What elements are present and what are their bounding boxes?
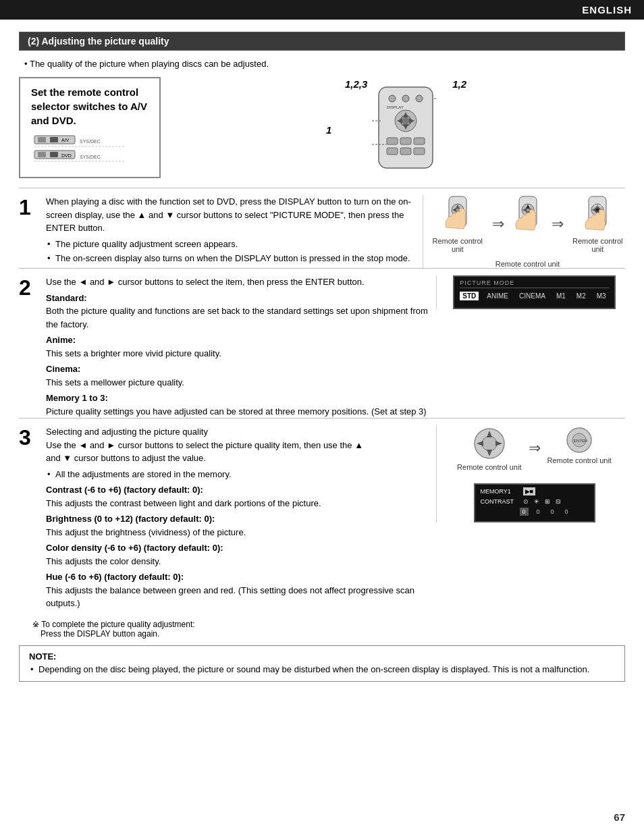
svg-rect-6 [38,152,46,157]
step-3-images: Remote control unit ⇒ ENTER Remote contr… [436,425,625,522]
step-2-row: 2 Use the ◄ and ► cursor buttons to sele… [19,268,625,418]
svg-text:DISPLAY: DISPLAY [387,105,404,109]
remote-full-svg: DISPLAY [338,84,473,171]
step-2-standard-label: Standard: [46,292,429,305]
step-3-row: 3 Selecting and adjusting the picture qu… [19,418,625,610]
step-1-rc-col-1: Remote control unit [430,195,485,253]
step-1-bullet-1: The picture quality adjustment screen ap… [55,238,416,251]
footnote-symbol: ※ [32,620,39,629]
page-number: 67 [614,811,625,823]
selector-diagram-svg: A/V DVD SYS/DEC SYS/DEC [31,133,132,170]
svg-rect-1 [38,137,46,142]
svg-point-62 [482,436,497,451]
memory-title-label: MEMORY1 [481,488,518,495]
step-2-content: Use the ◄ and ► cursor buttons to select… [46,275,436,418]
step-1-text: When playing a disc with the function se… [46,195,416,235]
mode-m3: M3 [594,292,609,300]
mode-m1: M1 [554,292,568,300]
step1-remote-svg-3: ENTER [581,195,614,236]
svg-text:DVD: DVD [61,153,72,158]
svg-text:SYS/DEC: SYS/DEC [80,155,101,159]
memory-val-1: 0 [534,508,543,516]
svg-point-13 [389,95,396,102]
note-bullet: Depending on the disc being played, the … [38,664,615,674]
footnote-line2: Press the DISPLAY button again. [41,629,159,639]
svg-rect-25 [414,138,425,144]
svg-point-22 [402,117,409,124]
intro-text: The quality of the picture when playing … [30,59,269,69]
step-3-brightness-label: Brightness (0 to +12) (factory default: … [46,512,429,526]
memory-icon-4: ⊟ [556,498,561,505]
step-3-text2: and ▼ cursor buttons to adjust the value… [46,452,429,465]
setup-area: Set the remote control selector switches… [19,77,625,178]
step-3-brightness-text: This adjust the brightness (vividness) o… [46,526,429,539]
remote-container: 1,2,3 1,2 1 [325,77,473,165]
step1-remote-svg-1 [441,195,475,236]
footnote: ※ To complete the picture quality adjust… [19,620,625,639]
svg-point-15 [416,95,423,102]
step-2-standard-text: Both the picture quality and functions a… [46,304,429,331]
step-3-rc-label-2: Remote control unit [547,456,612,464]
step-3-content: Selecting and adjusting the picture qual… [46,425,436,610]
step-1-arrow-2: ⇒ [552,217,564,232]
label-1: 1 [326,124,331,136]
setup-box-text: Set the remote control selector switches… [31,85,149,128]
svg-text:SYS/DEC: SYS/DEC [80,139,101,144]
svg-point-14 [402,95,409,102]
memory-icon-3: ⊞ [545,498,550,505]
step-2-anime-label: Anime: [46,333,429,347]
step-3-number: 3 [19,425,46,448]
svg-rect-2 [50,137,58,142]
step-3-color-label: Color density (-6 to +6) (factory defaul… [46,541,429,555]
step-1-row: 1 When playing a disc with the function … [19,188,625,268]
svg-rect-7 [50,152,58,157]
mode-anime: ANIME [484,292,511,300]
step-3-bullet-1: All the adjustments are stored in the me… [55,468,429,481]
mode-m2: M2 [574,292,589,300]
step-2-text: Use the ◄ and ► cursor buttons to select… [46,275,429,289]
memory-title-row: MEMORY1 ▶■ [481,487,589,495]
step-3-hue-text: This adjusts the balance between green a… [46,584,429,610]
memory-val-3: 0 [562,508,571,516]
memory-icon: ▶■ [523,487,535,495]
setup-diagram: A/V DVD SYS/DEC SYS/DEC [31,133,149,170]
step3-enter-svg: ENTER [564,425,594,455]
svg-rect-27 [400,148,411,155]
memory-values-row: 0 0 0 0 [481,508,589,516]
mode-std: STD [460,292,479,300]
memory-icon-1: ⊙ [523,498,529,505]
step-3-color-text: This adjusts the color density. [46,555,429,568]
svg-text:A/V: A/V [61,138,70,142]
memory-val-2: 0 [548,508,557,516]
step-2-cinema-text: This sets a mellower picture quality. [46,376,429,389]
step-3-rc-row: Remote control unit ⇒ ENTER Remote contr… [457,425,612,471]
step-1-content: When playing a disc with the function se… [46,195,423,267]
svg-rect-24 [400,138,411,144]
step-2-anime-text: This sets a brighter more vivid picture … [46,347,429,360]
step3-dpad-svg [471,425,508,462]
step-3-contrast-label: Contrast (-6 to +6) (factory default: 0)… [46,483,429,497]
step-1-rc-label-3: Remote control unit [570,237,626,253]
step-1-number: 1 [19,195,46,218]
screen-modes: STD ANIME CINEMA M1 M2 M3 [460,292,608,300]
setup-box: Set the remote control selector switches… [19,77,161,178]
step-1-rc-label-mid: Remote control unit [495,260,560,268]
step-2-number: 2 [19,275,46,298]
memory-icon-2: ✳ [534,498,539,505]
intro-bullet: • The quality of the picture when playin… [24,59,625,69]
step-3-rc-col-2: ENTER Remote control unit [547,425,612,464]
language-label: ENGLISH [582,4,632,16]
step-3-text1: Use the ◄ and ► cursor buttons to select… [46,439,429,452]
main-content: (2) Adjusting the picture quality • The … [0,20,644,689]
step-3-rc-col-1: Remote control unit [457,425,521,471]
memory-contrast-label: CONTRAST [481,498,518,505]
picture-mode-screen: PICTURE MODE STD ANIME CINEMA M1 M2 M3 [453,275,615,309]
step-2-images: PICTURE MODE STD ANIME CINEMA M1 M2 M3 [436,275,625,309]
footnote-line1: To complete the picture quality adjustme… [41,620,194,629]
memory-screen: MEMORY1 ▶■ CONTRAST ⊙ ✳ ⊞ ⊟ 0 0 0 0 [474,483,595,522]
step-3-rc-label-1: Remote control unit [457,463,521,471]
svg-rect-28 [414,148,425,155]
svg-rect-23 [387,138,398,144]
svg-text:ENTER: ENTER [574,439,588,443]
step-3-arrow: ⇒ [529,441,541,456]
